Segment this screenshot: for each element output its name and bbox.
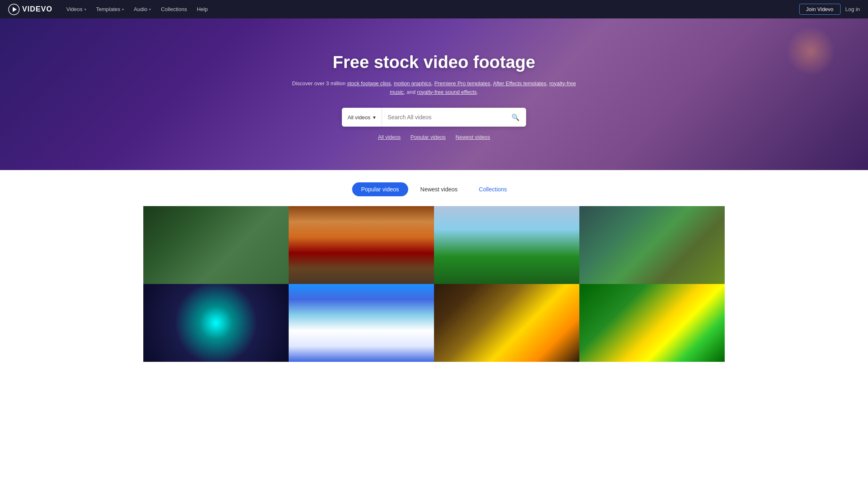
video-thumb-8[interactable] (579, 284, 725, 362)
video-thumb-4[interactable] (579, 206, 725, 284)
navbar: VIDEVO Videos ▾ Templates ▾ Audio ▾ Coll… (0, 0, 868, 18)
quick-link-newest-videos[interactable]: Newest videos (456, 134, 491, 140)
search-type-dropdown[interactable]: All videos ▾ (342, 108, 382, 127)
link-stock-footage[interactable]: stock footage clips (347, 80, 391, 86)
chevron-down-icon: ▾ (84, 7, 86, 11)
video-grid (143, 206, 725, 362)
tab-collections[interactable]: Collections (470, 182, 516, 196)
search-icon: 🔍 (511, 114, 520, 121)
tab-popular-videos[interactable]: Popular videos (352, 182, 408, 196)
content-tabs: Popular videos Newest videos Collections (143, 182, 725, 196)
svg-marker-1 (13, 7, 17, 12)
link-after-effects[interactable]: After Effects templates (493, 80, 547, 86)
quick-link-all-videos[interactable]: All videos (378, 134, 401, 140)
link-premiere-pro[interactable]: Premiere Pro templates (434, 80, 491, 86)
nav-links: Videos ▾ Templates ▾ Audio ▾ Collections… (62, 5, 789, 14)
video-thumb-3[interactable] (434, 206, 579, 284)
chevron-down-icon: ▾ (373, 114, 376, 120)
nav-item-help[interactable]: Help (193, 5, 212, 14)
logo-text: VIDEVO (22, 5, 52, 14)
video-thumb-7[interactable] (434, 284, 579, 362)
link-sound-effects[interactable]: royalty-free sound effects (417, 89, 477, 95)
quick-link-popular-videos[interactable]: Popular videos (411, 134, 446, 140)
hero-quick-links: All videos Popular videos Newest videos (378, 134, 490, 140)
logo-icon (8, 4, 20, 15)
logo[interactable]: VIDEVO (8, 4, 52, 15)
nav-item-collections[interactable]: Collections (157, 5, 191, 14)
content-section: Popular videos Newest videos Collections (135, 170, 733, 362)
nav-item-audio[interactable]: Audio ▾ (130, 5, 155, 14)
link-motion-graphics[interactable]: motion graphics (394, 80, 432, 86)
hero-title: Free stock video footage (333, 52, 536, 72)
join-button[interactable]: Join Videvo (799, 4, 841, 15)
hero-section: Free stock video footage Discover over 3… (0, 18, 868, 170)
search-input[interactable] (382, 108, 505, 127)
hero-subtitle: Discover over 3 million stock footage cl… (291, 79, 577, 97)
login-button[interactable]: Log in (845, 6, 860, 12)
chevron-down-icon: ▾ (122, 7, 124, 11)
chevron-down-icon: ▾ (149, 7, 151, 11)
video-thumb-2[interactable] (289, 206, 434, 284)
video-thumb-5[interactable] (143, 284, 289, 362)
nav-item-videos[interactable]: Videos ▾ (62, 5, 90, 14)
tab-newest-videos[interactable]: Newest videos (411, 182, 467, 196)
search-bar: All videos ▾ 🔍 (342, 108, 526, 127)
nav-right: Join Videvo Log in (799, 4, 860, 15)
video-thumb-6[interactable] (289, 284, 434, 362)
search-button[interactable]: 🔍 (505, 108, 526, 127)
nav-item-templates[interactable]: Templates ▾ (92, 5, 128, 14)
search-type-label: All videos (348, 114, 371, 120)
video-thumb-1[interactable] (143, 206, 289, 284)
